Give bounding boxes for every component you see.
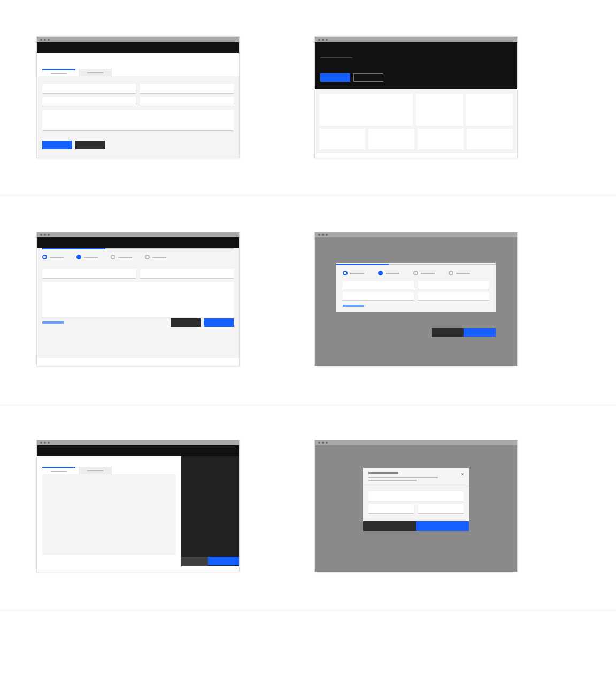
card[interactable]	[416, 94, 463, 126]
app-topbar	[37, 445, 239, 456]
hero-region	[315, 48, 517, 89]
ghost-button[interactable]	[353, 73, 383, 82]
card[interactable]	[467, 129, 513, 149]
step-indicator	[343, 268, 489, 275]
text-field[interactable]	[140, 84, 234, 94]
text-field[interactable]	[418, 292, 489, 301]
wireframe-wizard-modal	[314, 232, 518, 366]
cancel-button[interactable]	[181, 557, 208, 566]
step-circle-icon	[378, 271, 383, 275]
text-link[interactable]	[343, 305, 364, 307]
tab-2[interactable]	[79, 467, 112, 474]
modal-dialog	[336, 263, 496, 312]
tab-1[interactable]	[42, 467, 75, 474]
text-field[interactable]	[418, 504, 464, 514]
step-1[interactable]	[42, 255, 64, 259]
tab-1[interactable]	[42, 69, 75, 76]
wireframe-media-grid	[314, 36, 518, 158]
next-button[interactable]	[464, 328, 496, 337]
cancel-button[interactable]	[363, 521, 416, 531]
text-field[interactable]	[42, 97, 136, 106]
step-4[interactable]	[449, 271, 470, 275]
text-field[interactable]	[42, 84, 136, 94]
tab-strip	[37, 69, 239, 76]
card[interactable]	[368, 129, 414, 149]
section-3: ×	[0, 403, 616, 609]
step-4[interactable]	[145, 255, 166, 259]
progress-fill	[336, 264, 389, 265]
step-circle-icon	[145, 255, 150, 259]
step-circle-icon	[449, 271, 453, 275]
progress-bar	[42, 248, 234, 249]
side-panel	[181, 456, 239, 566]
card[interactable]	[466, 94, 513, 126]
overlay-backdrop	[315, 237, 517, 366]
window-titlebar	[37, 440, 239, 445]
dialog-header: ×	[363, 468, 469, 487]
confirm-button[interactable]	[416, 521, 469, 531]
text-field[interactable]	[140, 97, 234, 106]
tab-label-placeholder	[51, 73, 67, 74]
form-body	[37, 76, 239, 158]
tab-label-placeholder	[87, 72, 103, 73]
card[interactable]	[319, 94, 413, 126]
step-indicator	[42, 252, 234, 259]
app-topbar	[37, 42, 239, 53]
tab-2[interactable]	[79, 69, 112, 76]
card[interactable]	[418, 129, 464, 149]
step-circle-icon	[42, 255, 47, 259]
text-field[interactable]	[418, 281, 489, 289]
secondary-button[interactable]	[75, 141, 105, 149]
step-2[interactable]	[378, 271, 399, 275]
step-3[interactable]	[413, 271, 435, 275]
card[interactable]	[319, 129, 365, 149]
text-field[interactable]	[343, 292, 414, 301]
primary-button[interactable]	[320, 73, 350, 82]
progress-bar	[336, 264, 496, 265]
content-pane	[42, 474, 176, 555]
close-icon[interactable]: ×	[460, 472, 465, 476]
window-titlebar	[37, 37, 239, 42]
primary-button[interactable]	[42, 141, 72, 149]
overlay-backdrop: ×	[315, 445, 517, 572]
textarea-field[interactable]	[42, 282, 234, 317]
wireframe-tabbed-form	[36, 36, 240, 158]
step-2[interactable]	[76, 255, 98, 259]
text-field[interactable]	[343, 281, 414, 289]
next-button[interactable]	[204, 318, 234, 327]
step-1[interactable]	[343, 271, 364, 275]
wireframe-small-dialog: ×	[314, 440, 518, 572]
section-1	[0, 0, 616, 195]
step-3[interactable]	[111, 255, 132, 259]
text-field[interactable]	[368, 491, 464, 501]
dialog-subtitle-placeholder	[368, 480, 417, 481]
hero-heading-placeholder	[320, 57, 352, 58]
text-link[interactable]	[42, 321, 64, 324]
back-button[interactable]	[432, 328, 464, 337]
step-circle-icon	[343, 271, 348, 275]
step-circle-icon	[111, 255, 116, 259]
tab-strip	[37, 467, 181, 474]
text-field[interactable]	[42, 269, 136, 279]
wireframe-wizard-page	[36, 232, 240, 366]
window-titlebar	[315, 440, 517, 445]
wireframe-side-panel	[36, 440, 240, 572]
card-grid-area	[315, 89, 517, 153]
step-circle-icon	[76, 255, 81, 259]
back-button[interactable]	[171, 318, 201, 327]
apply-button[interactable]	[208, 557, 239, 565]
window-titlebar	[315, 37, 517, 42]
window-titlebar	[315, 232, 517, 237]
text-field[interactable]	[368, 504, 414, 514]
dialog-title-placeholder	[368, 472, 398, 474]
app-topbar	[37, 237, 239, 248]
side-panel-body	[181, 456, 239, 557]
textarea-field[interactable]	[42, 110, 234, 131]
step-circle-icon	[413, 271, 418, 275]
app-topbar	[315, 42, 517, 48]
window-titlebar	[37, 232, 239, 237]
text-field[interactable]	[140, 269, 234, 279]
main-area	[37, 456, 181, 566]
dialog-subtitle-placeholder	[368, 477, 438, 478]
section-2	[0, 195, 616, 403]
